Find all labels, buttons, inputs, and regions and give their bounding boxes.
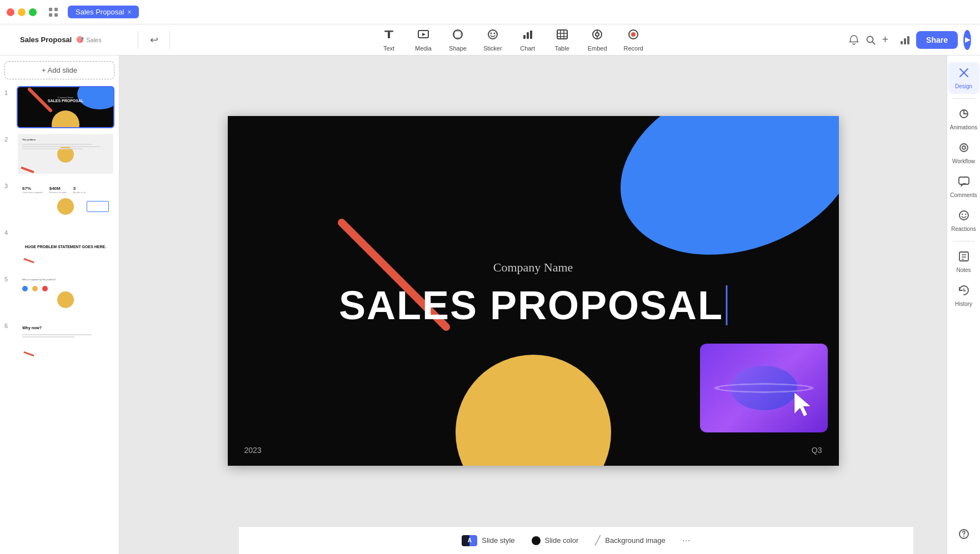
slide-color-button[interactable]: Slide color — [532, 536, 579, 545]
title-bar: Sales Proposal × — [0, 0, 980, 24]
add-collaborator-button[interactable]: + — [882, 31, 888, 49]
workflow-panel-button[interactable]: Workflow — [948, 137, 979, 169]
slide-style-button[interactable]: A Slide style — [462, 535, 514, 546]
sticker-tool-button[interactable]: Sticker — [476, 25, 510, 55]
slide-item[interactable]: 4 HUGE PROBLEM STATEMENT GOES HERE. — [4, 226, 114, 268]
document-title: Sales Proposal — [20, 36, 72, 44]
animations-panel-button[interactable]: Animations — [948, 103, 979, 135]
play-button[interactable] — [963, 30, 971, 50]
slide-number: 6 — [4, 319, 13, 329]
background-image-button[interactable]: ╱ Background image — [595, 535, 665, 546]
main-layout: + Add slide 1 Company Name SALES PROPOSA… — [0, 56, 980, 554]
slide-item[interactable]: 2 The problem — [4, 133, 114, 175]
share-button[interactable]: Share — [916, 31, 958, 49]
svg-rect-29 — [901, 41, 903, 44]
grid-icon[interactable] — [46, 4, 61, 20]
slide-item[interactable]: 1 Company Name SALES PROPOSAL — [4, 86, 114, 128]
chart-icon — [522, 28, 534, 43]
add-slide-label: + Add slide — [42, 66, 77, 74]
slide-canvas[interactable]: Company Name SALES PROPOSAL — [228, 116, 839, 466]
analytics-button[interactable] — [899, 31, 911, 49]
design-panel-button[interactable]: Design — [948, 62, 979, 94]
slide-company-name: Company Name — [493, 260, 573, 275]
canvas-area: Company Name SALES PROPOSAL — [119, 56, 947, 554]
help-icon — [958, 528, 970, 543]
media-tool-label: Media — [415, 45, 432, 52]
history-icon — [958, 284, 970, 299]
history-panel-button[interactable]: History — [948, 280, 979, 311]
slide-panel: + Add slide 1 Company Name SALES PROPOSA… — [0, 56, 119, 554]
svg-rect-3 — [54, 13, 58, 17]
slide-quarter: Q3 — [812, 446, 822, 455]
slide-thumbnail[interactable]: 67% Customers impacted $40M Revenue at s… — [17, 179, 114, 221]
tab-close-button[interactable]: × — [127, 8, 131, 16]
svg-point-42 — [964, 214, 966, 215]
planet-sticker — [700, 344, 828, 432]
slide-color-dot — [532, 536, 541, 545]
media-tool-button[interactable]: Media — [407, 25, 440, 55]
svg-point-12 — [493, 32, 495, 34]
notes-panel-button[interactable]: Notes — [948, 246, 979, 278]
minimize-traffic-light[interactable] — [18, 8, 26, 16]
bg-image-label: Background image — [605, 536, 665, 545]
shape-tool-button[interactable]: Shape — [441, 25, 474, 55]
slide-item[interactable]: 5 Who is impacted by this problem? — [4, 273, 114, 315]
planet-visual — [731, 366, 797, 410]
slide-thumbnail[interactable]: Who is impacted by this problem? — [17, 273, 114, 315]
cursor-arrow — [792, 391, 814, 421]
slide-thumbnail[interactable]: Why now? — [17, 319, 114, 361]
svg-point-50 — [963, 536, 964, 537]
toolbar-right: + Share — [849, 30, 971, 50]
sticker-icon — [487, 28, 499, 43]
search-button[interactable] — [865, 31, 876, 49]
reactions-panel-button[interactable]: Reactions — [948, 205, 979, 236]
table-icon — [556, 28, 568, 43]
help-button[interactable] — [948, 523, 979, 547]
comments-panel-button[interactable]: Comments — [948, 171, 979, 203]
slide-item[interactable]: 6 Why now? — [4, 319, 114, 361]
toolbar-center: Text Media Shape — [177, 25, 847, 55]
design-label: Design — [955, 83, 972, 89]
toolbar-left: Sales Proposal 🎯Sales — [9, 36, 131, 44]
active-tab[interactable]: Sales Proposal × — [68, 6, 139, 18]
animations-icon — [958, 108, 970, 123]
text-cursor — [726, 285, 727, 325]
shape-icon — [452, 28, 464, 43]
media-icon — [417, 28, 429, 43]
svg-point-38 — [962, 146, 966, 149]
slide-number: 5 — [4, 273, 13, 283]
undo-button[interactable]: ↩ — [145, 31, 163, 49]
slide-style-icon: A — [462, 535, 477, 546]
blue-shape-decoration — [595, 116, 838, 286]
slide-number: 4 — [4, 226, 13, 236]
svg-marker-7 — [422, 33, 426, 36]
tab-label: Sales Proposal — [76, 8, 124, 16]
record-tool-label: Record — [624, 45, 643, 52]
history-label: History — [955, 301, 972, 307]
slide-style-label: Slide style — [482, 536, 514, 545]
more-options-button[interactable]: ··· — [682, 535, 691, 546]
design-icon — [958, 67, 970, 82]
svg-rect-15 — [530, 31, 532, 39]
svg-rect-9 — [454, 31, 461, 38]
shape-tool-label: Shape — [449, 45, 467, 52]
slide-thumbnail[interactable]: HUGE PROBLEM STATEMENT GOES HERE. — [17, 226, 114, 268]
embed-tool-button[interactable]: Embed — [580, 25, 615, 55]
chart-tool-button[interactable]: Chart — [511, 25, 544, 55]
yellow-circle-decoration — [456, 355, 611, 466]
maximize-traffic-light[interactable] — [29, 8, 37, 16]
record-tool-button[interactable]: Record — [616, 25, 651, 55]
add-slide-button[interactable]: + Add slide — [4, 61, 114, 79]
workflow-icon — [958, 142, 970, 157]
chart-tool-label: Chart — [520, 45, 535, 52]
traffic-lights — [7, 8, 37, 16]
close-traffic-light[interactable] — [7, 8, 14, 16]
slide-thumbnail[interactable]: The problem — [17, 133, 114, 175]
slide-thumbnail[interactable]: Company Name SALES PROPOSAL — [17, 86, 114, 128]
table-tool-button[interactable]: Table — [546, 25, 579, 55]
slide-number: 2 — [4, 133, 13, 143]
slide-item[interactable]: 3 67% Customers impacted $40M Revenue at… — [4, 179, 114, 221]
notification-button[interactable] — [848, 31, 859, 49]
text-tool-button[interactable]: Text — [372, 25, 406, 55]
bg-image-icon: ╱ — [595, 535, 601, 546]
